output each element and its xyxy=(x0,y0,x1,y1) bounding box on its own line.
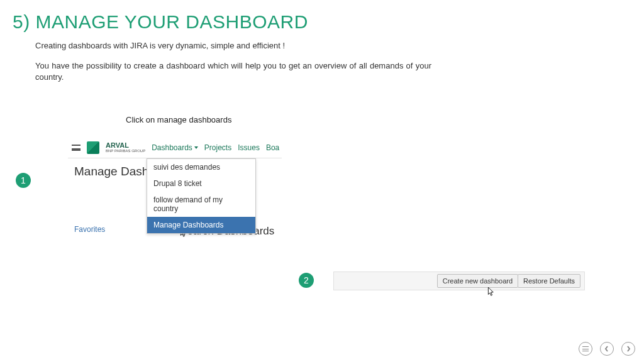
nav-projects[interactable]: Projects xyxy=(204,143,231,152)
favorites-link[interactable]: Favorites xyxy=(74,225,105,234)
nav-dashboards-label: Dashboards xyxy=(152,143,192,152)
cursor-pointer-icon xyxy=(486,287,494,298)
hamburger-icon[interactable] xyxy=(72,145,80,151)
jira-topbar: ARVAL BNP PARIBAS GROUP Dashboards Proje… xyxy=(68,137,282,158)
dropdown-item-manage[interactable]: Manage Dashboards xyxy=(147,217,255,233)
intro-text: Creating dashboards with JIRA is very dy… xyxy=(35,40,431,84)
restore-defaults-button[interactable]: Restore Defaults xyxy=(518,274,580,288)
dropdown-item-suivi[interactable]: suivi des demandes xyxy=(147,159,255,175)
chevron-down-icon xyxy=(192,143,198,152)
intro-p2: You have the possibility to create a das… xyxy=(35,60,431,83)
step-badge-2: 2 xyxy=(299,273,314,288)
nav-issues[interactable]: Issues xyxy=(238,143,260,152)
slide-prev-button[interactable] xyxy=(600,342,614,356)
slide-nav xyxy=(579,342,635,356)
intro-p1: Creating dashboards with JIRA is very dy… xyxy=(35,40,431,52)
dashboards-dropdown: suivi des demandes Drupal 8 ticket follo… xyxy=(147,158,256,234)
jira-screenshot-1: ARVAL BNP PARIBAS GROUP Dashboards Proje… xyxy=(68,137,282,182)
nav-dashboards[interactable]: Dashboards xyxy=(152,143,198,152)
brand-text: ARVAL BNP PARIBAS GROUP xyxy=(106,142,145,153)
page-title: 5) MANAGE YOUR DASHBOARD xyxy=(13,11,644,33)
menu-icon xyxy=(582,346,589,351)
create-dashboard-button[interactable]: Create new dashboard xyxy=(437,274,518,288)
slide-menu-button[interactable] xyxy=(579,342,592,356)
step-badge-1: 1 xyxy=(16,173,31,188)
chevron-left-icon xyxy=(604,346,610,352)
manage-dashboards-title: Manage Dashb xyxy=(74,165,155,178)
arval-logo-icon xyxy=(87,141,99,154)
brand-sub: BNP PARIBAS GROUP xyxy=(106,149,145,153)
dropdown-item-drupal[interactable]: Drupal 8 ticket xyxy=(147,175,255,192)
dropdown-item-follow[interactable]: follow demand of my country xyxy=(147,192,255,217)
chevron-right-icon xyxy=(625,346,631,352)
jira-screenshot-2: Create new dashboard Restore Defaults xyxy=(333,272,585,290)
instruction-text: Click on manage dashboards xyxy=(126,115,644,124)
nav-boards[interactable]: Boa xyxy=(266,143,279,152)
brand-name: ARVAL xyxy=(106,141,129,149)
slide-next-button[interactable] xyxy=(621,342,635,356)
